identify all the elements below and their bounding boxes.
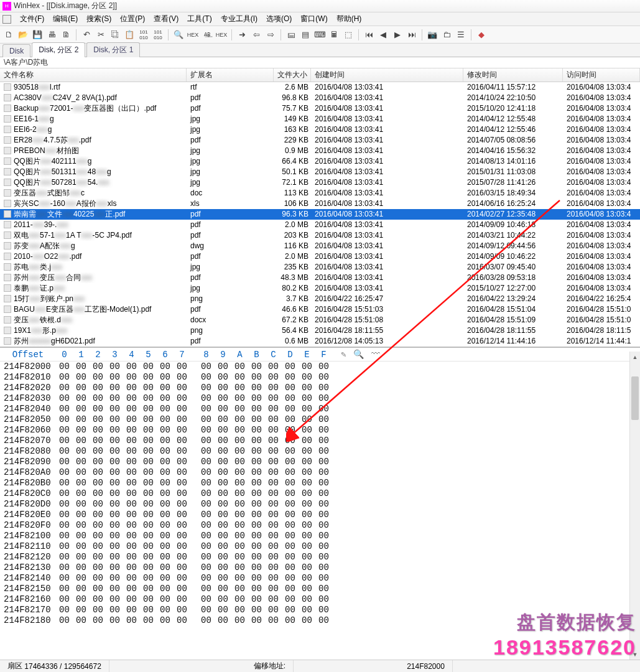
hex-row[interactable]: 214F820E00000000000000000000000000000000… <box>0 510 640 520</box>
prev-icon[interactable]: ◀ <box>377 29 389 41</box>
find-text-icon[interactable]: A͟B͟ <box>201 29 213 41</box>
file-row[interactable]: AC380VxxxC24V_2 8VA(1).pdfpdf96.8 KB2016… <box>0 93 640 103</box>
paste-icon[interactable]: 📋 <box>123 29 136 41</box>
copy-hex-icon[interactable]: 101010 <box>137 29 150 41</box>
find-icon[interactable]: 🔍 <box>172 29 185 41</box>
menu-f[interactable]: 文件(F) <box>16 12 48 26</box>
hex-row[interactable]: 214F821800000000000000000000000000000000… <box>0 615 640 626</box>
menu-p[interactable]: 位置(P) <box>116 12 149 26</box>
cut-icon[interactable]: ✂ <box>95 29 107 41</box>
mdi-control-icon[interactable] <box>2 15 11 24</box>
hex-row[interactable]: 214F821400000000000000000000000000000000… <box>0 573 640 584</box>
file-row[interactable]: 2010-xxxO22xxx.pdfpdf2.0 MB2016/04/08 13… <box>0 251 640 262</box>
file-row[interactable]: PREBONxxx材拍图jpg0.9 MB2016/04/08 13:03:41… <box>0 146 640 156</box>
file-row[interactable]: BAGUxxxE变压器xxx工艺图-Model(1).pdfpdf46.6 KB… <box>0 304 640 315</box>
hex-row[interactable]: 214F820500000000000000000000000000000000… <box>0 414 640 425</box>
disk-icon[interactable]: 🖴 <box>285 29 297 41</box>
position-icon[interactable]: ⬚ <box>342 29 355 41</box>
hex-viewer[interactable]: Offset 0123456789ABCDEF ✎ 🔍 〰 214F820000… <box>0 347 640 626</box>
file-row[interactable]: 变压xxx铁根.dxxxdocx67.2 KB2016/04/28 15:51:… <box>0 315 640 325</box>
menu-e[interactable]: 编辑(E) <box>49 12 81 26</box>
hex-row[interactable]: 214F820B00000000000000000000000000000000… <box>0 478 640 488</box>
menu-w[interactable]: 窗口(W) <box>297 12 331 26</box>
hex-row[interactable]: 214F820600000000000000000000000000000000… <box>0 425 640 436</box>
file-row[interactable]: ER28xxx4.7.5苏xxx.pdfpdf229 KB2016/04/08 … <box>0 135 640 146</box>
file-row[interactable]: 苏州xxx变压xxx合同xxxpdf48.3 MB2016/04/08 13:0… <box>0 273 640 283</box>
scroll-thumb[interactable] <box>631 376 639 420</box>
file-row[interactable]: 泰鹏xxx证.pxxxjpg80.2 KB2016/04/08 13:03:41… <box>0 283 640 294</box>
magnify-icon[interactable]: 🔍 <box>353 349 364 360</box>
hex-row[interactable]: 214F821000000000000000000000000000000000… <box>0 531 640 541</box>
keyboard-icon[interactable]: ⌨ <box>313 29 326 41</box>
file-row[interactable]: QQ图片xxx402111xxxgjpg66.4 KB2016/04/08 13… <box>0 156 640 167</box>
column-header[interactable]: 创建时间 <box>311 68 463 82</box>
hex-row[interactable]: 214F820A00000000000000000000000000000000… <box>0 467 640 478</box>
scroll-down-icon[interactable]: ▼ <box>630 649 640 660</box>
file-row[interactable]: 19X1xxx形.pxxxpng56.4 KB2016/04/28 18:11:… <box>0 325 640 336</box>
back-icon[interactable]: ⇦ <box>250 29 262 41</box>
hex-row[interactable]: 214F821700000000000000000000000000000000… <box>0 605 640 615</box>
wave-icon[interactable]: 〰 <box>371 349 380 360</box>
undo-icon[interactable]: ↶ <box>80 29 93 41</box>
column-header[interactable]: 访问时间 <box>563 68 640 82</box>
options-icon[interactable]: ☰ <box>455 29 467 41</box>
file-row[interactable]: 双电xxx57-1xxx1A Txxx-5C JP4.pdfpdf203 KB2… <box>0 230 640 241</box>
file-row[interactable]: 2011-xxx39-.xxxpdf2.0 MB2016/04/08 13:03… <box>0 220 640 230</box>
pencil-icon[interactable]: ✎ <box>341 349 346 360</box>
hex-row[interactable]: 214F820700000000000000000000000000000000… <box>0 436 640 446</box>
menu-s[interactable]: 搜索(S) <box>83 12 115 26</box>
hex-scrollbar[interactable]: ▲ ▼ <box>629 352 640 660</box>
replace-hex-icon[interactable]: HEX <box>215 29 228 41</box>
first-icon[interactable]: ⏮ <box>363 29 375 41</box>
tab-2[interactable]: Disk, 分区 1 <box>86 42 140 57</box>
ram-icon[interactable]: ▤ <box>299 29 312 41</box>
file-row[interactable]: EEI6-2xxxgjpg163 KB2016/04/08 13:03:4120… <box>0 124 640 135</box>
help-icon[interactable]: ◆ <box>475 29 488 41</box>
hex-row[interactable]: 214F821500000000000000000000000000000000… <box>0 584 640 594</box>
goto-icon[interactable]: ➜ <box>236 29 248 41</box>
file-row[interactable]: 宾兴SCxxx-160xxxA报价xxxxlsxls106 KB2016/04/… <box>0 198 640 209</box>
hex-row[interactable]: 214F820D00000000000000000000000000000000… <box>0 499 640 510</box>
menu-t[interactable]: 工具(T) <box>183 12 215 26</box>
tab-0[interactable]: Disk <box>2 44 30 57</box>
hex-row[interactable]: 214F820000000000000000000000000000000000… <box>0 362 640 372</box>
file-row[interactable]: 930518xxxl.rtfrtf2.6 MB2016/04/08 13:03:… <box>0 82 640 93</box>
last-icon[interactable]: ⏭ <box>406 29 418 41</box>
column-header[interactable]: 扩展名 <box>187 68 274 82</box>
hex-row[interactable]: 214F821100000000000000000000000000000000… <box>0 541 640 552</box>
hex-row[interactable]: 214F821300000000000000000000000000000000… <box>0 562 640 573</box>
file-row[interactable]: 苏州xxxxxxgH6D021.pdfpdf0.6 MB2016/12/08 1… <box>0 336 640 347</box>
file-row[interactable]: 苏变xxxA配张xxxgdwg116 KB2016/04/08 13:03:41… <box>0 241 640 251</box>
folder2-icon[interactable]: 🗀 <box>440 29 453 41</box>
column-header[interactable]: 文件大小 <box>274 68 311 82</box>
column-header[interactable]: 文件名称 <box>0 68 187 82</box>
hex-row[interactable]: 214F820F00000000000000000000000000000000… <box>0 520 640 531</box>
hex-row[interactable]: 214F820800000000000000000000000000000000… <box>0 446 640 457</box>
hex-row[interactable]: 214F820400000000000000000000000000000000… <box>0 404 640 414</box>
hex-row[interactable]: 214F820900000000000000000000000000000000… <box>0 457 640 467</box>
calc-icon[interactable]: 🖩 <box>328 29 340 41</box>
menu-v[interactable]: 查看(V) <box>150 12 182 26</box>
paste-hex-icon[interactable]: 101010 <box>152 29 164 41</box>
column-header[interactable]: 修改时间 <box>463 68 563 82</box>
find-hex-icon[interactable]: HEX <box>187 29 199 41</box>
file-row[interactable]: 15打xxx到账户.pnxxxpng3.7 KB2016/04/22 16:25… <box>0 294 640 304</box>
file-row[interactable]: Backupxxx72001-xxx变压器图（出口）.pdfpdf75.7 KB… <box>0 103 640 114</box>
properties-icon[interactable]: 🗎 <box>60 29 72 41</box>
menu-o[interactable]: 选项(O) <box>262 12 295 26</box>
file-row[interactable]: EE16-1xxxgjpg149 KB2016/04/08 13:03:4120… <box>0 114 640 124</box>
camera-icon[interactable]: 📷 <box>426 29 438 41</box>
file-row[interactable]: 苏电xxx类.jxxxjpg235 KB2016/04/08 13:03:412… <box>0 262 640 273</box>
hex-row[interactable]: 214F820C00000000000000000000000000000000… <box>0 488 640 499</box>
open-folder-icon[interactable]: 📂 <box>17 29 29 41</box>
forward-icon[interactable]: ⇨ <box>264 29 277 41</box>
file-row[interactable]: 崇南需xxx文件xxx40225xxx正.pdfpdf96.3 KB2016/0… <box>0 209 640 220</box>
hex-row[interactable]: 214F820200000000000000000000000000000000… <box>0 383 640 393</box>
copy-icon[interactable]: ⿻ <box>109 29 121 41</box>
next-icon[interactable]: ▶ <box>391 29 404 41</box>
print-icon[interactable]: 🖶 <box>45 29 58 41</box>
menu-i[interactable]: 专业工具(I) <box>217 12 261 26</box>
file-row[interactable]: QQ图片xxx507281xxx54.xxxjpg72.1 KB2016/04/… <box>0 177 640 188</box>
hex-row[interactable]: 214F820300000000000000000000000000000000… <box>0 393 640 404</box>
tab-1[interactable]: Disk, 分区 2 <box>32 42 85 57</box>
